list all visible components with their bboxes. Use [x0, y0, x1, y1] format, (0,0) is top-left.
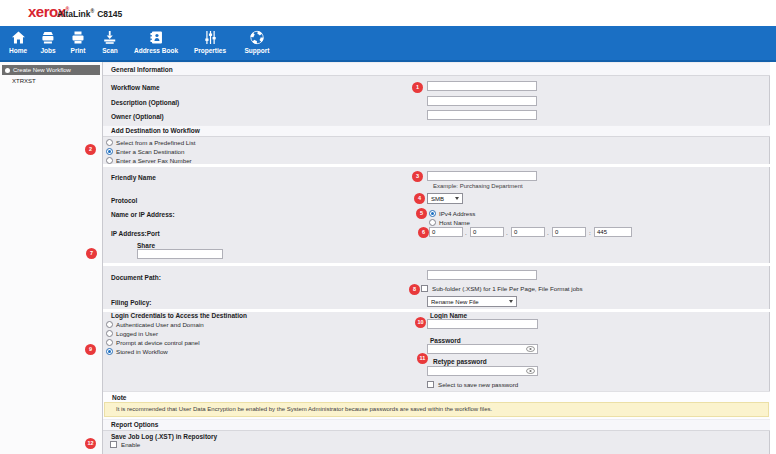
- password-input[interactable]: [427, 344, 538, 354]
- annotation-marker-1: 1: [412, 82, 423, 93]
- radio-stored-in-workflow[interactable]: [106, 348, 113, 355]
- nav-print[interactable]: Print: [71, 30, 86, 54]
- nav-support[interactable]: Support: [245, 30, 270, 54]
- scan-icon: [102, 30, 117, 45]
- radio-host-name[interactable]: [429, 219, 436, 226]
- properties-icon: [203, 30, 218, 45]
- radio-enter-server-fax-label: Enter a Server Fax Number: [116, 157, 192, 164]
- save-job-log-label: Save Job Log (.XST) in Repository: [111, 433, 217, 440]
- radio-host-name-label: Host Name: [439, 219, 470, 226]
- share-label: Share: [137, 242, 155, 249]
- filing-policy-label: Filing Policy:: [111, 299, 151, 306]
- ip-octet-4-input[interactable]: 0: [552, 227, 586, 237]
- sidebar-item-workflow-xtrxst[interactable]: XTRXST: [12, 78, 36, 84]
- radio-ipv4-address-label: IPv4 Address: [439, 210, 475, 217]
- octet-separator: .: [506, 229, 508, 236]
- annotation-marker-5: 5: [416, 208, 427, 219]
- annotation-marker-9: 9: [85, 344, 96, 355]
- annotation-marker-10: 10: [415, 317, 426, 328]
- annotation-marker-12: 12: [85, 438, 96, 449]
- address-book-icon: [148, 30, 163, 45]
- annotation-marker-7: 7: [86, 248, 97, 259]
- nav-address-book[interactable]: Address Book: [134, 30, 178, 54]
- annotation-marker-11: 11: [417, 353, 428, 364]
- separator: [103, 263, 770, 266]
- product-title: AltaLink®C8145: [57, 8, 122, 19]
- section-add-destination: [103, 125, 770, 137]
- dropdown-chevron-icon: [509, 300, 513, 303]
- radio-authenticated-user[interactable]: [106, 321, 113, 328]
- enable-job-log-checkbox[interactable]: [110, 441, 117, 448]
- friendly-name-label: Friendly Name: [111, 174, 156, 181]
- nav-scan[interactable]: Scan: [102, 30, 118, 54]
- document-path-input[interactable]: [427, 270, 537, 280]
- annotation-marker-4: 4: [414, 193, 425, 204]
- protocol-select[interactable]: SMB: [427, 193, 463, 204]
- friendly-name-example: Example: Purchasing Department: [433, 183, 523, 189]
- radio-select-predefined-list[interactable]: [106, 139, 113, 146]
- enable-job-log-label: Enable: [121, 441, 140, 448]
- filing-policy-select[interactable]: Rename New File: [427, 296, 517, 307]
- nav-home[interactable]: Home: [9, 30, 27, 54]
- owner-input[interactable]: [427, 110, 537, 120]
- radio-stored-in-workflow-label: Stored in Workflow: [116, 348, 168, 355]
- subfolder-label: Sub-folder (.XSM) for 1 File Per Page, F…: [432, 285, 583, 292]
- annotation-marker-3: 3: [412, 171, 423, 182]
- section-title-add-destination: Add Destination to Workflow: [111, 127, 200, 134]
- section-report-options: [103, 419, 770, 431]
- nav-home-label: Home: [9, 47, 27, 54]
- login-name-input[interactable]: [427, 319, 538, 329]
- nav-print-label: Print: [71, 47, 86, 54]
- friendly-name-input[interactable]: [427, 171, 537, 181]
- radio-logged-in-user-label: Logged in User: [116, 330, 158, 337]
- retype-password-input[interactable]: [427, 366, 538, 376]
- annotation-marker-8: 8: [409, 284, 420, 295]
- description-input[interactable]: [427, 96, 537, 106]
- nav-properties-label: Properties: [194, 47, 226, 54]
- share-input[interactable]: [137, 249, 223, 259]
- workflow-name-input[interactable]: [427, 81, 537, 91]
- retype-password-label: Retype password: [433, 358, 487, 365]
- subfolder-checkbox[interactable]: [421, 285, 428, 292]
- ip-octet-1-input[interactable]: 0: [429, 227, 463, 237]
- section-general-information: [103, 62, 770, 76]
- annotation-marker-6: 6: [418, 227, 429, 238]
- main-nav: Home Jobs Print Scan Address Book Proper…: [0, 26, 776, 62]
- jobs-icon: [40, 30, 55, 45]
- nav-address-book-label: Address Book: [134, 47, 178, 54]
- name-ip-label: Name or IP Address:: [111, 211, 175, 218]
- octet-separator: .: [465, 229, 467, 236]
- print-icon: [71, 30, 86, 45]
- ip-octet-3-input[interactable]: 0: [511, 227, 545, 237]
- show-retype-password-icon[interactable]: [526, 368, 535, 374]
- sidebar-item-create-new-workflow[interactable]: Create New Workflow: [2, 65, 100, 75]
- workflow-name-label: Workflow Name: [111, 84, 160, 91]
- xerox-cwis-page: xerox® AltaLink®C8145 Home Jobs Print Sc…: [0, 0, 776, 454]
- nav-support-label: Support: [245, 47, 270, 54]
- filing-policy-select-value: Rename New File: [431, 299, 479, 305]
- note-title: Note: [112, 394, 126, 401]
- radio-select-predefined-list-label: Select from a Predefined List: [116, 139, 195, 146]
- radio-ipv4-address[interactable]: [429, 210, 436, 217]
- radio-enter-scan-destination[interactable]: [106, 148, 113, 155]
- nav-properties[interactable]: Properties: [194, 30, 226, 54]
- separator: [103, 164, 770, 167]
- radio-prompt-at-panel[interactable]: [106, 339, 113, 346]
- port-separator: :: [589, 229, 591, 236]
- section-title-report-options: Report Options: [111, 421, 158, 428]
- protocol-label: Protocol: [111, 197, 137, 204]
- nav-jobs[interactable]: Jobs: [40, 30, 55, 54]
- radio-enter-scan-destination-label: Enter a Scan Destination: [116, 148, 184, 155]
- radio-enter-server-fax[interactable]: [106, 157, 113, 164]
- radio-logged-in-user[interactable]: [106, 330, 113, 337]
- ip-port-label: IP Address:Port: [111, 230, 160, 237]
- workflow-bullet-icon: [5, 68, 10, 73]
- owner-label: Owner (Optional): [111, 113, 164, 120]
- port-input[interactable]: 445: [594, 227, 632, 237]
- protocol-select-value: SMB: [431, 196, 444, 202]
- save-new-password-label: Select to save new password: [438, 381, 518, 388]
- save-new-password-checkbox[interactable]: [427, 381, 434, 388]
- show-password-icon[interactable]: [526, 346, 535, 352]
- octet-separator: .: [547, 229, 549, 236]
- ip-octet-2-input[interactable]: 0: [470, 227, 504, 237]
